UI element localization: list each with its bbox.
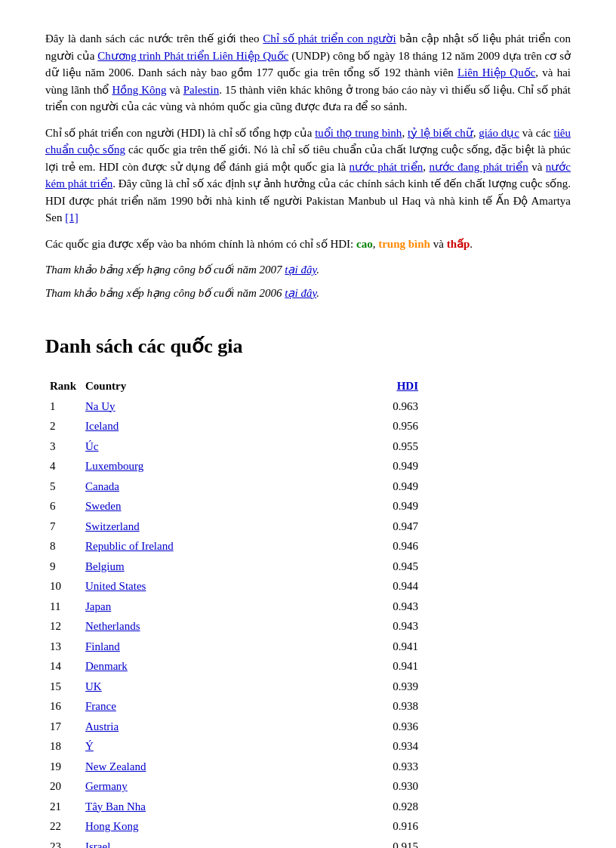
cell-hdi: 0.944 (232, 576, 423, 597)
link-tuoi-tho[interactable]: tuổi thọ trung bình (315, 127, 402, 139)
cell-hdi: 0.941 (232, 656, 423, 677)
cell-country: Germany (81, 776, 232, 797)
country-link[interactable]: United States (85, 580, 146, 592)
hdi-cao-label: cao (356, 238, 373, 250)
country-link[interactable]: Sweden (85, 500, 122, 512)
cell-rank: 13 (45, 637, 81, 657)
cell-hdi: 0.949 (232, 456, 423, 476)
country-link[interactable]: Úc (85, 440, 99, 452)
country-link[interactable]: Austria (85, 720, 119, 732)
cell-hdi: 0.949 (232, 476, 423, 497)
link-nuoc-dangpt[interactable]: nước đang phát triển (430, 161, 528, 173)
cell-country: Úc (81, 436, 232, 457)
country-link[interactable]: Netherlands (85, 620, 140, 632)
cell-country: Republic of Ireland (81, 536, 232, 557)
cell-country: Canada (81, 476, 232, 497)
cell-country: Luxembourg (81, 456, 232, 476)
link-palestin[interactable]: Palestin (183, 84, 220, 96)
cell-country: France (81, 696, 232, 717)
cell-hdi: 0.946 (232, 536, 423, 557)
link-footnote[interactable]: [1] (65, 211, 79, 224)
table-row: 1Na Uy0.963 (45, 396, 423, 417)
cell-rank: 23 (45, 837, 81, 849)
country-link[interactable]: Republic of Ireland (85, 540, 174, 552)
cell-rank: 2 (45, 416, 81, 436)
country-link[interactable]: UK (85, 680, 102, 692)
country-link[interactable]: Ý (85, 740, 94, 752)
link-un[interactable]: Liên Hiệp Quốc (457, 66, 535, 79)
table-row: 15UK0.939 (45, 677, 423, 697)
table-row: 19New Zealand0.933 (45, 757, 423, 777)
table-row: 11Japan0.943 (45, 597, 423, 617)
header-hdi[interactable]: HDI (232, 376, 423, 396)
country-link[interactable]: Denmark (85, 660, 128, 672)
country-link[interactable]: Hong Kong (85, 820, 138, 832)
country-link[interactable]: Belgium (85, 560, 125, 572)
link-hk[interactable]: Hồng Kông (112, 84, 166, 96)
cell-country: Denmark (81, 656, 232, 677)
country-link[interactable]: Na Uy (85, 400, 116, 412)
country-link[interactable]: Tây Ban Nha (85, 800, 146, 813)
note-2007: Tham khảo bảng xếp hạng công bố cuối năm… (45, 261, 571, 279)
cell-country: Tây Ban Nha (81, 797, 232, 817)
header-rank: Rank (45, 376, 81, 396)
cell-hdi: 0.943 (232, 616, 423, 637)
table-row: 14Denmark0.941 (45, 656, 423, 677)
country-link[interactable]: Canada (85, 480, 119, 492)
country-link[interactable]: Israel (85, 840, 110, 849)
table-row: 23Israel0.915 (45, 837, 423, 849)
intro-paragraph-2: Chỉ số phát triển con người (HDI) là chỉ… (45, 125, 571, 227)
header-country: Country (81, 376, 232, 396)
country-link[interactable]: Switzerland (85, 520, 140, 532)
cell-hdi: 0.943 (232, 597, 423, 617)
cell-country: Ý (81, 736, 232, 757)
link-2007[interactable]: tại đây (285, 264, 316, 276)
link-nuoc-pt[interactable]: nước phát triển (350, 161, 424, 173)
country-link[interactable]: Luxembourg (85, 460, 143, 472)
cell-country: Hong Kong (81, 816, 232, 837)
cell-hdi: 0.928 (232, 797, 423, 817)
link-biet-chu[interactable]: tỷ lệ biết chữ (408, 127, 473, 139)
cell-hdi: 0.945 (232, 557, 423, 577)
country-link[interactable]: Japan (85, 600, 111, 612)
cell-rank: 11 (45, 597, 81, 617)
link-undp[interactable]: Chương trình Phát triển Liên Hiệp Quốc (97, 50, 288, 62)
section-title: Danh sách các quốc gia (45, 331, 571, 361)
cell-rank: 10 (45, 576, 81, 597)
country-link[interactable]: New Zealand (85, 760, 146, 772)
cell-hdi: 0.938 (232, 696, 423, 717)
table-row: 8Republic of Ireland0.946 (45, 536, 423, 557)
cell-hdi: 0.956 (232, 416, 423, 436)
link-giao-duc[interactable]: giáo dục (479, 127, 519, 139)
table-row: 16France0.938 (45, 696, 423, 717)
link-hdi[interactable]: Chỉ số phát triển con người (263, 32, 396, 45)
country-link[interactable]: France (85, 700, 116, 712)
cell-rank: 16 (45, 696, 81, 717)
cell-country: Sweden (81, 496, 232, 517)
country-link[interactable]: Germany (85, 780, 128, 792)
cell-country: UK (81, 677, 232, 697)
table-header-row: Rank Country HDI (45, 376, 423, 396)
cell-rank: 9 (45, 557, 81, 577)
cell-hdi: 0.915 (232, 837, 423, 849)
country-link[interactable]: Iceland (85, 420, 119, 432)
cell-rank: 6 (45, 496, 81, 517)
cell-rank: 14 (45, 656, 81, 677)
table-row: 3Úc0.955 (45, 436, 423, 457)
link-2006[interactable]: tại đây (285, 287, 316, 299)
cell-country: Belgium (81, 557, 232, 577)
cell-rank: 20 (45, 776, 81, 797)
hdi-thap-label: thấp (447, 238, 470, 250)
hdi-trungbinh-label: trung bình (378, 238, 430, 250)
table-row: 20Germany0.930 (45, 776, 423, 797)
cell-hdi: 0.934 (232, 736, 423, 757)
cell-rank: 21 (45, 797, 81, 817)
table-row: 9Belgium0.945 (45, 557, 423, 577)
cell-hdi: 0.963 (232, 396, 423, 417)
cell-rank: 3 (45, 436, 81, 457)
country-link[interactable]: Finland (85, 640, 120, 652)
cell-country: Iceland (81, 416, 232, 436)
cell-rank: 17 (45, 717, 81, 737)
cell-rank: 18 (45, 736, 81, 757)
cell-country: Austria (81, 717, 232, 737)
